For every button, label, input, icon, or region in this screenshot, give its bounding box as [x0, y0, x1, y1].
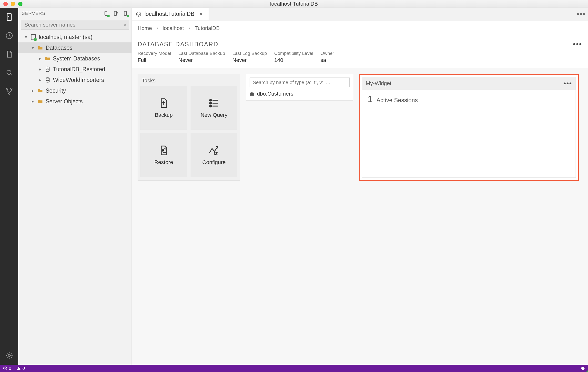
meta-last-log-backup: Last Log Backup Never — [232, 51, 267, 63]
status-errors[interactable]: 0 — [3, 366, 11, 371]
tree-server-objects-node[interactable]: ▸ Server Objects — [18, 96, 132, 107]
search-result[interactable]: dbo.Customers — [250, 91, 350, 97]
task-configure[interactable]: Configure — [190, 133, 237, 177]
window-minimize[interactable] — [11, 2, 15, 6]
svg-point-4 — [7, 70, 11, 74]
server-search-input[interactable] — [21, 20, 129, 30]
server-icon — [31, 34, 36, 40]
crumb-server[interactable]: localhost — [163, 25, 184, 31]
svg-point-31 — [582, 368, 583, 368]
window-maximize[interactable] — [18, 2, 22, 6]
status-bar: 0 0 — [0, 365, 588, 372]
svg-point-30 — [581, 367, 585, 370]
activity-history-icon[interactable] — [5, 31, 14, 40]
window-title: localhost:TutorialDB — [0, 1, 588, 7]
sidebar-title: SERVERS — [22, 11, 103, 16]
window-close[interactable] — [3, 2, 8, 6]
dashboard-icon — [136, 12, 141, 17]
svg-rect-12 — [124, 11, 126, 16]
tasks-title: Tasks — [140, 74, 237, 86]
my-widget-highlight: My-Widget ••• 1 Active Sessions — [359, 74, 579, 181]
dashboard-title: DATABASE DASHBOARD — [138, 41, 573, 48]
object-search-input[interactable] — [250, 78, 350, 87]
crumb-db[interactable]: TutorialDB — [195, 25, 220, 31]
svg-point-7 — [10, 88, 12, 90]
svg-rect-10 — [105, 11, 107, 16]
svg-point-13 — [46, 67, 49, 68]
new-query-icon — [208, 97, 220, 109]
meta-last-db-backup: Last Database Backup Never — [178, 51, 225, 63]
new-group-icon[interactable] — [113, 11, 118, 16]
tree-databases-node[interactable]: ▾ Databases — [18, 42, 132, 53]
status-warnings[interactable]: 0 — [17, 366, 25, 371]
activity-bar — [0, 8, 18, 365]
database-icon — [45, 66, 51, 72]
database-icon — [45, 77, 51, 83]
chevron-right-icon — [155, 26, 159, 30]
tree-db-restored-node[interactable]: ▸ TutorialDB_Restored — [18, 64, 132, 75]
svg-rect-0 — [7, 14, 11, 20]
activity-servers-icon[interactable] — [5, 13, 14, 21]
server-tree: ▾ localhost, master (sa) ▾ Databases ▸ — [18, 32, 132, 365]
new-connection-icon[interactable] — [103, 11, 109, 16]
svg-point-14 — [46, 78, 49, 79]
svg-point-17 — [210, 102, 211, 104]
activity-search-icon[interactable] — [5, 68, 14, 77]
clear-search-icon[interactable]: × — [124, 22, 127, 28]
svg-point-8 — [8, 93, 10, 94]
mywidget-actions[interactable]: ••• — [564, 80, 572, 87]
tree-security-node[interactable]: ▸ Security — [18, 85, 132, 96]
svg-point-19 — [210, 105, 211, 107]
mywidget-title: My-Widget — [366, 80, 564, 87]
tab-close-icon[interactable]: × — [198, 11, 204, 18]
breadcrumbs: Home localhost TutorialDB — [132, 20, 588, 36]
folder-icon — [37, 99, 43, 104]
connections-icon[interactable] — [123, 11, 128, 16]
dashboard-actions[interactable]: ••• — [573, 40, 582, 48]
svg-point-32 — [583, 368, 584, 368]
svg-point-9 — [8, 354, 10, 356]
svg-line-5 — [10, 74, 12, 75]
folder-icon — [45, 56, 51, 61]
svg-point-15 — [210, 99, 211, 101]
meta-recovery-model: Recovery Model Full — [138, 51, 171, 63]
task-backup[interactable]: Backup — [140, 86, 187, 130]
servers-sidebar: SERVERS × — [18, 8, 132, 365]
object-search-widget: dbo.Customers — [246, 74, 353, 101]
folder-icon — [37, 45, 43, 51]
svg-point-6 — [6, 88, 8, 90]
titlebar: localhost:TutorialDB — [0, 0, 588, 8]
tasks-widget: Tasks Backup New Query Restore — [138, 74, 240, 181]
tree-db-wwi-node[interactable]: ▸ WideWorldImporters — [18, 75, 132, 85]
chevron-right-icon — [187, 26, 191, 30]
svg-rect-22 — [250, 92, 254, 95]
tab-dashboard[interactable]: localhost:TutorialDB × — [132, 8, 209, 20]
meta-owner: Owner sa — [320, 51, 334, 63]
table-icon — [250, 91, 254, 96]
activity-file-icon[interactable] — [5, 50, 14, 59]
tab-bar: localhost:TutorialDB × ••• — [132, 8, 588, 20]
tree-system-databases-node[interactable]: ▸ System Databases — [18, 53, 132, 64]
status-feedback-icon[interactable] — [581, 366, 585, 371]
folder-icon — [37, 88, 43, 94]
svg-rect-11 — [115, 11, 117, 16]
task-new-query[interactable]: New Query — [190, 86, 237, 130]
activity-sourcecontrol-icon[interactable] — [5, 87, 14, 96]
backup-icon — [158, 97, 169, 109]
svg-point-21 — [214, 152, 217, 155]
meta-compat-level: Compatibility Level 140 — [274, 51, 313, 63]
restore-icon — [158, 145, 169, 156]
crumb-home[interactable]: Home — [138, 25, 152, 31]
mywidget-metric: 1 Active Sessions — [368, 94, 570, 104]
tree-server-node[interactable]: ▾ localhost, master (sa) — [18, 32, 132, 42]
task-restore[interactable]: Restore — [140, 133, 187, 177]
activity-settings-icon[interactable] — [5, 351, 14, 360]
tabbar-overflow[interactable]: ••• — [574, 8, 588, 20]
configure-icon — [208, 145, 220, 156]
